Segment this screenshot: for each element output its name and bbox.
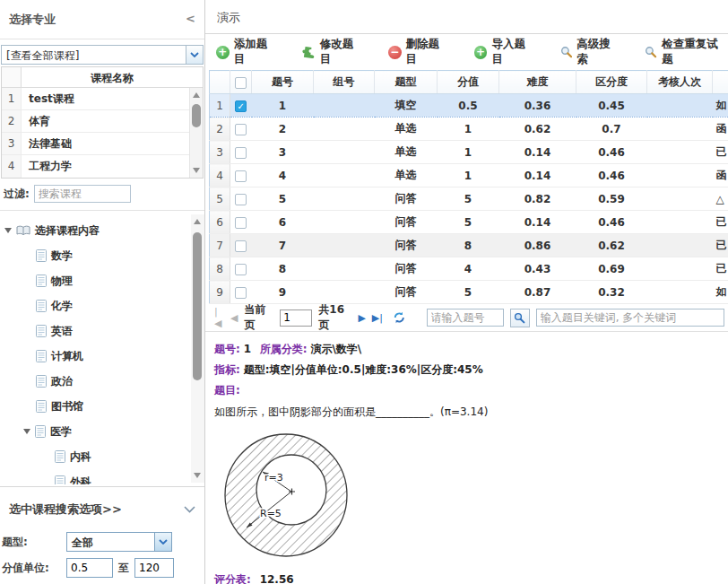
chevron-down-icon[interactable] <box>186 46 203 64</box>
score-min-input[interactable] <box>66 558 113 578</box>
app-window: 选择专业 < [查看全部课程] 课程名称 1test课程2体育3法律基础4工程力… <box>0 0 728 584</box>
tree-item[interactable]: 化学 <box>0 293 204 318</box>
question-preview-cell: 已 <box>713 141 728 164</box>
row-checkbox[interactable] <box>235 287 247 299</box>
checkbox-cell[interactable]: ✓ <box>230 94 252 118</box>
row-checkbox[interactable] <box>235 217 247 229</box>
column-header[interactable]: 区分度 <box>576 71 647 94</box>
next-page-button[interactable]: ▶ <box>358 312 365 324</box>
toolbar-button[interactable]: 检查重复试题 <box>645 37 728 67</box>
expander-icon[interactable] <box>23 429 30 434</box>
checkbox-cell[interactable] <box>230 141 252 164</box>
question-row[interactable]: 77问答80.860.62已 <box>210 234 728 257</box>
question-row[interactable]: 99问答50.870.32如 <box>210 281 728 304</box>
toolbar-button[interactable]: +导入题目 <box>474 37 536 67</box>
tree-item[interactable]: 物理 <box>0 268 204 293</box>
search-options-title: 选中课程搜索选项>> <box>9 501 122 518</box>
tree-scrollbar[interactable] <box>191 214 204 483</box>
tab-demo[interactable]: 演示 <box>217 11 240 24</box>
checkbox-cell[interactable] <box>230 187 252 211</box>
scroll-up-icon[interactable] <box>194 219 201 224</box>
row-checkbox[interactable]: ✓ <box>235 100 247 112</box>
row-checkbox[interactable] <box>235 124 247 135</box>
toolbar-button[interactable]: −删除题目 <box>388 37 450 67</box>
question-number-search-input[interactable] <box>427 309 504 327</box>
column-header[interactable]: 组号 <box>314 71 375 94</box>
question-row[interactable]: 55问答50.820.59△ <box>210 187 728 211</box>
select-all-checkbox[interactable] <box>235 77 247 89</box>
scroll-down-icon[interactable] <box>193 168 200 173</box>
score-max-input[interactable] <box>134 558 174 578</box>
score-cell: 5 <box>438 187 499 211</box>
row-checkbox[interactable] <box>235 147 247 159</box>
search-options-header[interactable]: 选中课程搜索选项>> <box>0 486 204 528</box>
course-search-input[interactable] <box>34 185 131 203</box>
column-header[interactable]: 题型 <box>375 71 438 94</box>
question-type-select[interactable]: 全部 <box>66 532 172 552</box>
collapse-panel-icon[interactable]: < <box>186 12 195 25</box>
tree-item[interactable]: 选择课程内容 <box>0 218 204 243</box>
chevron-down-icon[interactable] <box>154 533 171 551</box>
rownum-column-header <box>210 71 230 94</box>
question-row[interactable]: 1✓1填空0.50.360.45如 <box>210 94 728 118</box>
question-row[interactable]: 33单选10.140.46已 <box>210 141 728 164</box>
tree-item[interactable]: 政治 <box>0 369 204 394</box>
row-checkbox[interactable] <box>235 194 247 205</box>
first-page-button[interactable]: |◀ <box>214 306 224 329</box>
scroll-up-icon[interactable] <box>193 92 200 98</box>
document-icon <box>36 300 47 312</box>
chevron-down-icon[interactable] <box>184 506 195 513</box>
toolbar-button[interactable]: 高级搜索 <box>560 37 621 67</box>
checkbox-cell[interactable] <box>230 281 252 304</box>
tree-item[interactable]: 计算机 <box>0 344 204 369</box>
prev-page-button[interactable]: ◀ <box>230 312 238 324</box>
course-row[interactable]: 2体育 <box>2 110 203 133</box>
scroll-down-icon[interactable] <box>194 473 201 478</box>
keyword-search-input[interactable] <box>536 309 724 327</box>
course-row[interactable]: 1test课程 <box>2 88 203 110</box>
question-row[interactable]: 44单选10.140.46函 <box>210 164 728 187</box>
column-header[interactable]: 考核人次 <box>647 71 713 94</box>
checkbox-cell[interactable] <box>230 118 252 141</box>
difficulty-cell: 0.87 <box>499 281 576 304</box>
scrollbar-thumb[interactable] <box>192 104 201 127</box>
toolbar-button[interactable]: 修改题目 <box>302 37 364 67</box>
scrollbar-thumb[interactable] <box>193 232 202 380</box>
row-checkbox[interactable] <box>235 264 247 275</box>
row-checkbox[interactable] <box>235 240 247 252</box>
course-row[interactable]: 4工程力学 <box>2 155 203 178</box>
tree-item-label: 物理 <box>51 274 73 289</box>
tree-item[interactable]: 数学 <box>0 243 204 268</box>
column-header[interactable]: 难度 <box>499 71 576 94</box>
refresh-icon[interactable] <box>393 310 406 325</box>
tree-item-label: 内科 <box>70 449 91 465</box>
checkbox-cell[interactable] <box>230 211 252 234</box>
tree-item[interactable]: 英语 <box>0 318 204 344</box>
expander-icon[interactable] <box>4 228 12 233</box>
major-panel-title: 选择专业 <box>9 12 56 28</box>
tree-item[interactable]: 医学 <box>0 419 204 444</box>
course-list-scrollbar[interactable] <box>189 88 203 178</box>
document-icon <box>36 375 47 388</box>
checkbox-cell[interactable] <box>230 164 252 187</box>
course-filter-dropdown[interactable]: [查看全部课程] <box>1 45 204 65</box>
column-header[interactable]: 分值 <box>438 71 499 94</box>
question-row[interactable]: 66问答50.140.46已 <box>210 211 728 234</box>
last-page-button[interactable]: ▶| <box>372 312 383 324</box>
tree-item[interactable]: 内科 <box>0 444 204 469</box>
column-header[interactable]: 题号 <box>252 71 314 94</box>
search-button[interactable] <box>510 309 530 327</box>
question-row[interactable]: 88问答40.430.69已 <box>210 257 728 281</box>
score-cell: 1 <box>438 141 499 164</box>
tree-item[interactable]: 外科 <box>0 469 204 484</box>
checkbox-cell[interactable] <box>230 257 252 281</box>
page-number-input[interactable] <box>280 309 312 327</box>
checkbox-cell[interactable] <box>230 234 252 257</box>
search-options-body: 题型: 全部 分值单位: 至 <box>0 528 204 584</box>
toolbar-button[interactable]: +添加题目 <box>216 37 278 67</box>
tree-item[interactable]: 图书馆 <box>0 394 204 419</box>
row-checkbox[interactable] <box>235 170 247 182</box>
question-row[interactable]: 22单选10.620.7函 <box>210 118 728 141</box>
document-icon <box>36 350 47 362</box>
course-row[interactable]: 3法律基础 <box>2 133 203 155</box>
